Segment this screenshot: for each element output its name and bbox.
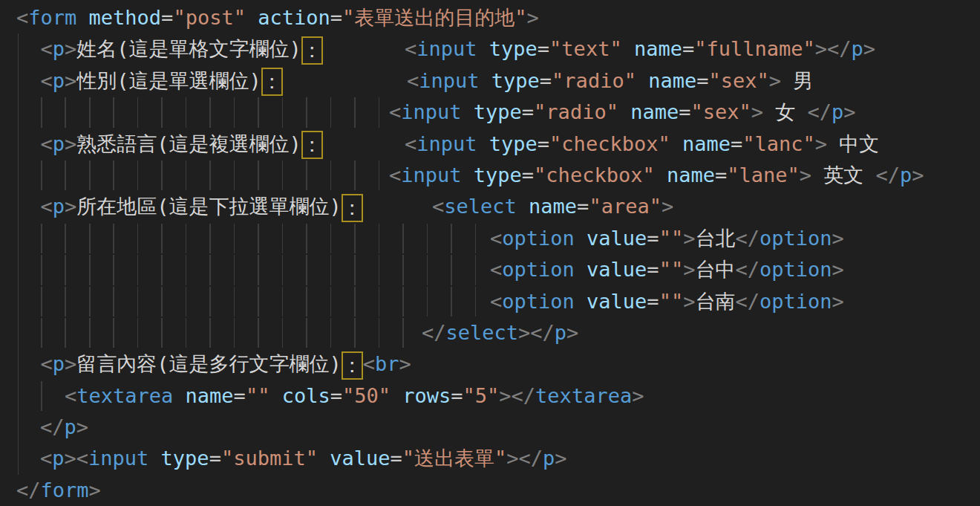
token-eq: = xyxy=(577,195,589,218)
token-txt xyxy=(16,195,41,218)
token-pun: < xyxy=(405,37,416,60)
token-tag: p xyxy=(900,163,912,186)
token-eq: = xyxy=(538,37,549,60)
token-pun: < xyxy=(41,195,53,218)
token-pun: ></ xyxy=(815,37,852,60)
token-pun: > xyxy=(912,163,924,186)
token-eq: = xyxy=(330,6,342,29)
token-pun: </ xyxy=(735,258,760,281)
token-attr: rows xyxy=(402,384,451,407)
code-segment: <p>性別(這是單選欄位)： xyxy=(16,65,283,97)
token-tag: input xyxy=(416,37,477,60)
token-pun: >< xyxy=(65,447,89,470)
token-attr: name xyxy=(648,69,696,92)
token-pun: > xyxy=(555,447,566,470)
token-txt: 熟悉語言(這是複選欄位) xyxy=(76,132,301,155)
token-txt xyxy=(517,195,529,218)
token-tag: select xyxy=(446,321,519,344)
token-pun: < xyxy=(490,227,502,250)
token-attr: type xyxy=(489,37,538,60)
token-attr: type xyxy=(474,163,522,186)
token-tag: br xyxy=(375,352,399,375)
token-pun: < xyxy=(432,195,444,218)
token-tag: p xyxy=(53,132,65,155)
token-pun: </ xyxy=(16,479,41,502)
token-str: "送出表單" xyxy=(402,447,507,470)
token-str: "checkbox" xyxy=(534,163,655,186)
token-str: "fullname" xyxy=(694,37,815,60)
token-tag: p xyxy=(65,415,76,438)
token-eq: = xyxy=(522,163,534,186)
code-line-13: <textarea name="" cols="50" rows="5"></t… xyxy=(0,380,980,412)
code-line-11: </select></p> xyxy=(0,317,980,348)
token-txt xyxy=(173,384,185,407)
token-tag: p xyxy=(53,352,65,375)
token-str: "表單送出的目的地" xyxy=(342,6,527,29)
token-pun: < xyxy=(405,132,416,155)
token-txt xyxy=(575,227,587,250)
token-txt xyxy=(480,69,491,92)
token-pun: > xyxy=(65,69,76,92)
token-txt xyxy=(462,100,474,123)
token-tag: form xyxy=(28,6,76,29)
token-eq: = xyxy=(647,258,659,281)
unicode-highlight-box: ： xyxy=(342,194,363,222)
token-eq: = xyxy=(647,227,659,250)
code-segment: <p>姓名(這是單格文字欄位)： xyxy=(16,33,323,65)
token-txt xyxy=(148,447,160,470)
indent-guides xyxy=(41,287,477,317)
token-pun: > xyxy=(89,479,101,502)
token-txt xyxy=(16,69,41,92)
unicode-highlight-box: ： xyxy=(261,68,283,96)
token-txt xyxy=(16,132,41,155)
code-editor[interactable]: <form method="post" action="表單送出的目的地"> <… xyxy=(0,0,980,506)
token-txt xyxy=(246,6,258,29)
token-str: "post" xyxy=(173,6,246,29)
code-line-9: <option value="">台中</option> xyxy=(0,254,980,285)
token-pun: </ xyxy=(735,290,760,313)
token-txt: 台中 xyxy=(695,258,735,281)
token-txt xyxy=(655,163,667,186)
token-str: "" xyxy=(659,227,684,250)
token-attr: name xyxy=(634,37,682,60)
code-line-12: <p>留言內容(這是多行文字欄位)：<br> xyxy=(0,348,980,380)
token-txt xyxy=(16,37,41,60)
token-str: "radio" xyxy=(552,69,636,92)
token-txt: 留言內容(這是多行文字欄位) xyxy=(76,352,342,375)
token-attr: name xyxy=(630,100,679,123)
token-pun: ></ xyxy=(499,384,535,407)
token-str: "sex" xyxy=(708,69,768,92)
token-pun: > xyxy=(800,163,811,186)
token-eq: = xyxy=(234,384,246,407)
token-pun: > xyxy=(751,100,763,123)
token-tag: textarea xyxy=(535,384,632,407)
token-str: "" xyxy=(659,290,684,313)
token-pun: > xyxy=(863,37,875,60)
code-segment: <p>留言內容(這是多行文字欄位)：<br> xyxy=(16,348,411,380)
token-pun: < xyxy=(41,37,53,60)
code-line-14: </p> xyxy=(0,412,980,443)
token-pun: < xyxy=(363,352,375,375)
token-attr: cols xyxy=(282,384,330,407)
token-str: "sex" xyxy=(690,100,751,123)
token-attr: value xyxy=(587,290,647,313)
token-pun: > xyxy=(683,290,695,313)
token-eq: = xyxy=(161,6,173,29)
token-txt xyxy=(76,6,88,29)
code-segment: </select></p> xyxy=(422,317,578,348)
token-attr: value xyxy=(587,258,647,281)
token-attr: value xyxy=(330,447,390,470)
token-attr: type xyxy=(161,447,209,470)
token-txt xyxy=(636,69,648,92)
token-pun: > xyxy=(76,415,88,438)
code-segment: <input type="checkbox" name="lane"> 英文 <… xyxy=(389,160,924,191)
token-txt: 姓名(這是單格文字欄位) xyxy=(76,37,301,60)
token-attr: name xyxy=(186,384,234,407)
token-attr: value xyxy=(587,227,647,250)
token-eq: = xyxy=(451,384,463,407)
token-pun: </ xyxy=(40,415,65,438)
code-segment: <p><input type="submit" value="送出表單"></p… xyxy=(40,443,567,474)
token-tag: p xyxy=(543,447,555,470)
indent-guides xyxy=(41,318,405,348)
token-str: "" xyxy=(659,258,684,281)
